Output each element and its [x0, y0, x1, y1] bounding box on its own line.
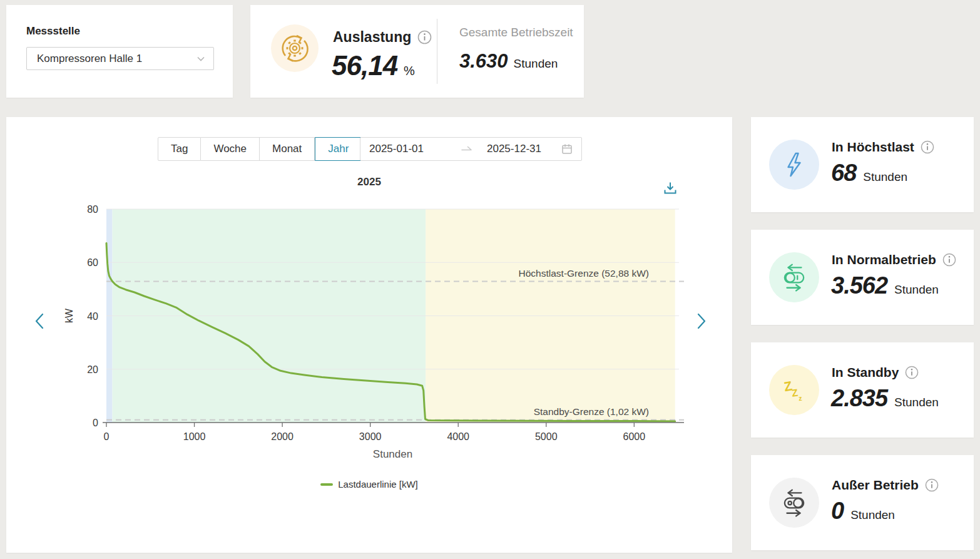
download-icon[interactable]: [661, 179, 680, 198]
divider: [437, 19, 437, 84]
tab-monat[interactable]: Monat: [260, 137, 315, 161]
stat-value: 0: [831, 498, 844, 525]
toggle-arrows-icon: [769, 478, 819, 528]
limit-line-label: Höchstlast-Grenze (52,88 kW): [519, 268, 649, 279]
stat-unit: Stunden: [850, 508, 895, 522]
load-duration-chart-card: Tag Woche Monat Jahr 2025-01-01 2025-12-…: [6, 117, 732, 553]
status-sidebar: In Höchstlast 68 Stunden In Normalbetrie…: [751, 117, 974, 550]
swap-right-arrow-icon: [461, 144, 473, 154]
calendar-icon[interactable]: [561, 143, 573, 155]
zzz-icon: Z Z z: [769, 365, 819, 415]
stat-unit: Stunden: [863, 170, 907, 184]
x-tick-label: 1000: [183, 431, 206, 442]
toggle-arrows-icon: [769, 252, 819, 302]
auslastung-value: 56,14: [332, 50, 397, 81]
svg-text:z: z: [798, 394, 802, 403]
info-icon[interactable]: [905, 366, 919, 379]
x-tick-label: 6000: [623, 431, 646, 442]
stat-value: 3.562: [831, 272, 887, 299]
svg-text:Z: Z: [791, 387, 799, 399]
x-tick-label: 0: [104, 431, 110, 442]
info-icon[interactable]: [925, 478, 939, 492]
betriebszeit-value: 3.630: [459, 50, 508, 73]
y-tick-label: 40: [87, 311, 98, 322]
stat-title: In Höchstlast: [832, 140, 914, 155]
betriebszeit-label: Gesamte Betriebszeit: [459, 26, 573, 39]
x-tick-label: 5000: [535, 431, 558, 442]
info-icon[interactable]: [417, 30, 432, 44]
auslastung-title: Auslastung: [333, 29, 411, 46]
stat-unit: Stunden: [894, 283, 939, 297]
chevron-left-icon[interactable]: [31, 310, 48, 332]
stat-card-normalbetrieb: In Normalbetrieb 3.562 Stunden: [751, 230, 974, 325]
date-to-input[interactable]: 2025-12-31: [487, 143, 541, 155]
y-tick-label: 0: [93, 418, 98, 428]
x-axis-label: Stunden: [373, 448, 412, 460]
utilization-gear-sync-icon: [271, 24, 319, 72]
stat-unit: Stunden: [894, 396, 939, 409]
lightning-icon: [769, 140, 819, 190]
stat-card-ausser-betrieb: Außer Betrieb 0 Stunden: [751, 455, 974, 550]
stat-card-hoechstlast: In Höchstlast 68 Stunden: [751, 117, 974, 212]
stat-title: Außer Betrieb: [832, 478, 919, 493]
chevron-right-icon[interactable]: [693, 310, 710, 332]
stat-card-standby: Z Z z In Standby 2.835 Stunden: [751, 342, 974, 438]
messstelle-label: Messstelle: [26, 25, 80, 38]
messstelle-card: Messstelle Kompressoren Halle 1: [6, 5, 233, 98]
load-duration-plot: Höchstlast-Grenze (52,88 kW)Standby-Gren…: [56, 202, 688, 464]
stat-title: In Standby: [832, 365, 899, 380]
legend-label: Lastdauerlinie [kW]: [338, 479, 418, 490]
date-from-input[interactable]: 2025-01-01: [369, 143, 461, 155]
chevron-down-icon: [196, 54, 206, 64]
info-icon[interactable]: [942, 253, 956, 267]
legend-lastdauerlinie[interactable]: Lastdauerlinie [kW]: [6, 479, 732, 490]
messstelle-select[interactable]: Kompressoren Halle 1: [26, 47, 214, 70]
auslastung-unit: %: [404, 64, 415, 78]
stat-value: 2.835: [831, 385, 887, 412]
tab-tag[interactable]: Tag: [158, 137, 201, 161]
stat-title: In Normalbetrieb: [832, 252, 936, 267]
y-tick-label: 80: [87, 204, 98, 215]
period-tabs: Tag Woche Monat Jahr: [158, 137, 362, 161]
stat-value: 68: [831, 160, 856, 187]
info-icon[interactable]: [921, 140, 934, 154]
x-tick-label: 4000: [447, 431, 469, 442]
betriebszeit-unit: Stunden: [514, 57, 558, 71]
messstelle-selected-value: Kompressoren Halle 1: [37, 53, 196, 65]
legend-line-swatch: [320, 483, 333, 486]
y-axis-label: kW: [64, 308, 74, 323]
auslastung-card: Auslastung 56,14 % Gesamte Betriebszeit …: [250, 5, 584, 98]
tab-jahr[interactable]: Jahr: [315, 137, 362, 161]
x-tick-label: 3000: [359, 431, 382, 442]
x-tick-label: 2000: [271, 431, 293, 442]
limit-line-label: Standby-Grenze (1,02 kW): [534, 406, 649, 417]
y-tick-label: 60: [87, 257, 98, 268]
date-range-picker[interactable]: 2025-01-01 2025-12-31: [360, 137, 582, 161]
chart-title: 2025: [6, 176, 732, 188]
tab-woche[interactable]: Woche: [201, 137, 260, 161]
y-tick-label: 20: [87, 364, 98, 375]
